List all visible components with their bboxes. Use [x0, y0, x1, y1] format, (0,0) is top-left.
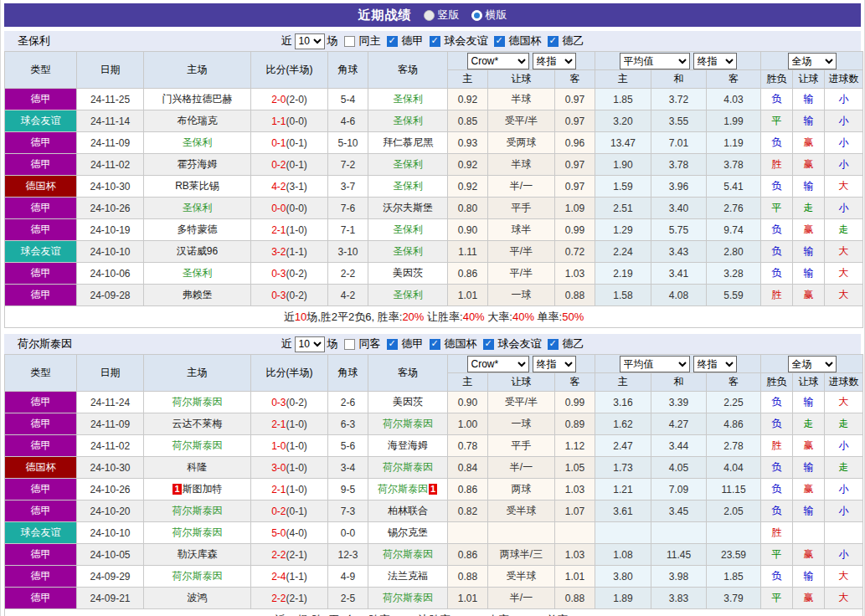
- crow-home-odds: 0.92: [448, 154, 488, 176]
- radio-icon[interactable]: [424, 10, 435, 21]
- result-cell: 负: [761, 566, 793, 588]
- home-team-link[interactable]: 勒沃库森: [178, 548, 218, 560]
- checkbox-checked[interactable]: [387, 339, 398, 350]
- away-team-link[interactable]: 拜仁慕尼黑: [383, 136, 433, 148]
- scope-select[interactable]: 全场: [788, 53, 837, 69]
- average-select[interactable]: 平均值: [620, 53, 690, 69]
- home-team-cell: 圣保利: [144, 198, 251, 219]
- home-team-link[interactable]: 云达不莱梅: [172, 418, 223, 429]
- away-team-link[interactable]: 荷尔斯泰因: [383, 418, 433, 429]
- match-row: 德甲24-10-20荷尔斯泰因0-2(0-1)7-3柏林联合0.82受半球1.0…: [5, 501, 863, 522]
- home-team-link[interactable]: 荷尔斯泰因: [172, 505, 223, 516]
- away-team-cell: 美因茨: [368, 263, 448, 285]
- match-count-select[interactable]: 10: [295, 336, 325, 352]
- scope-select[interactable]: 全场: [788, 356, 837, 372]
- layout-option-0[interactable]: 竖版: [424, 8, 460, 23]
- match-date: 24-10-06: [77, 263, 144, 285]
- away-team-link[interactable]: 荷尔斯泰因: [378, 483, 428, 495]
- home-team-link[interactable]: 布伦瑞克: [178, 115, 218, 126]
- avg-away-odds: 1.19: [707, 132, 761, 154]
- checkbox-checked[interactable]: [548, 339, 559, 350]
- away-team-cell: 法兰克福: [368, 566, 448, 588]
- away-team-cell: 海登海姆: [368, 435, 448, 457]
- away-team-link[interactable]: 圣保利: [393, 180, 423, 192]
- home-team-link[interactable]: 多特蒙德: [178, 223, 218, 235]
- full-time-score: 0-3: [271, 290, 286, 301]
- match-date: 24-11-09: [77, 413, 144, 435]
- checkbox-checked[interactable]: [430, 339, 440, 350]
- home-team-link[interactable]: 霍芬海姆: [178, 158, 218, 170]
- home-team-link[interactable]: 科隆: [188, 461, 208, 473]
- away-team-cell: 圣保利: [368, 285, 448, 306]
- corners-cell: 2-5: [328, 588, 368, 609]
- home-team-link[interactable]: 荷尔斯泰因: [172, 439, 223, 451]
- checkbox-checked[interactable]: [387, 36, 398, 47]
- home-team-link[interactable]: 圣保利: [183, 267, 213, 279]
- corners-cell: 0-0: [328, 522, 368, 544]
- sub-col-header: 让球: [793, 70, 825, 89]
- away-team-link[interactable]: 锡尔克堡: [388, 526, 428, 538]
- sub-col-header: 客: [555, 70, 595, 89]
- match-row: 德甲24-11-02霍芬海姆0-2(0-1)7-2圣保利0.92半球0.971.…: [5, 154, 863, 176]
- home-team-link[interactable]: 弗赖堡: [183, 289, 213, 300]
- odds-source-select[interactable]: Crow*: [467, 356, 529, 372]
- final-index-select-2[interactable]: 终指: [693, 53, 737, 69]
- away-team-link[interactable]: 荷尔斯泰因: [383, 461, 433, 473]
- odds-source-select[interactable]: Crow*: [467, 53, 529, 69]
- away-team-link[interactable]: 荷尔斯泰因: [383, 548, 433, 560]
- half-time-score: (4-0): [286, 527, 307, 539]
- checkbox-unchecked[interactable]: [344, 339, 355, 350]
- home-team-link[interactable]: 门兴格拉德巴赫: [162, 93, 233, 105]
- away-team-link[interactable]: 海登海姆: [388, 439, 428, 451]
- away-team-link[interactable]: 柏林联合: [388, 505, 428, 516]
- goals-result-cell: 小: [825, 198, 863, 219]
- home-team-link[interactable]: 圣保利: [183, 202, 213, 213]
- goals-result-cell: 走: [825, 413, 863, 435]
- match-count-select[interactable]: 10: [295, 33, 325, 49]
- away-team-link[interactable]: 美因茨: [393, 267, 423, 279]
- away-team-link[interactable]: 圣保利: [393, 245, 423, 257]
- away-team-link[interactable]: 圣保利: [393, 158, 423, 170]
- average-select[interactable]: 平均值: [620, 356, 690, 372]
- away-team-link[interactable]: 圣保利: [393, 115, 423, 126]
- crow-home-odds: 0.78: [448, 435, 488, 457]
- final-index-select[interactable]: 终指: [533, 53, 576, 69]
- checkbox-checked[interactable]: [430, 36, 440, 47]
- result-cell: 平: [761, 110, 793, 132]
- home-team-link[interactable]: RB莱比锡: [175, 180, 219, 192]
- final-index-select[interactable]: 终指: [533, 356, 576, 372]
- checkbox-checked[interactable]: [494, 36, 505, 47]
- handicap-line: 平/半: [488, 241, 555, 263]
- away-team-link[interactable]: 荷尔斯泰因: [383, 592, 433, 603]
- checkbox-checked[interactable]: [483, 339, 494, 350]
- checkbox-checked[interactable]: [548, 36, 559, 47]
- goals-result-cell: 走: [825, 457, 863, 479]
- home-team-link[interactable]: 荷尔斯泰因: [172, 396, 223, 408]
- home-team-link[interactable]: 荷尔斯泰因: [172, 570, 223, 582]
- home-team-link[interactable]: 波鸿: [188, 592, 208, 603]
- away-team-link[interactable]: 圣保利: [393, 289, 423, 300]
- home-team-cell: 云达不莱梅: [144, 413, 251, 435]
- home-team-cell: 弗赖堡: [144, 285, 251, 306]
- title-bar: 近期战绩 竖版横版: [4, 3, 861, 27]
- away-team-link[interactable]: 美因茨: [393, 396, 423, 408]
- half-time-score: (0-0): [286, 116, 307, 127]
- home-team-link[interactable]: 荷尔斯泰因: [172, 526, 223, 538]
- home-team-link[interactable]: 圣保利: [183, 136, 213, 148]
- away-team-cell: 圣保利: [368, 110, 448, 132]
- summary-segment: 10: [286, 613, 297, 616]
- away-team-link[interactable]: 沃尔夫斯堡: [383, 202, 433, 213]
- away-team-link[interactable]: 圣保利: [393, 223, 423, 235]
- home-team-link[interactable]: 斯图加特: [183, 483, 223, 495]
- checkbox-unchecked[interactable]: [344, 36, 355, 47]
- away-team-link[interactable]: 法兰克福: [388, 570, 428, 582]
- final-index-select-2[interactable]: 终指: [693, 356, 737, 372]
- away-team-link[interactable]: 圣保利: [393, 93, 423, 105]
- away-team-cell: 锡尔克堡: [368, 522, 448, 544]
- layout-option-1[interactable]: 横版: [471, 8, 507, 23]
- radio-checked-icon[interactable]: [471, 10, 482, 21]
- half-time-score: (2-0): [286, 94, 307, 105]
- summary-segment: 近: [284, 311, 295, 323]
- home-team-link[interactable]: 汉诺威96: [177, 245, 218, 257]
- full-time-score: 2-0: [271, 94, 286, 105]
